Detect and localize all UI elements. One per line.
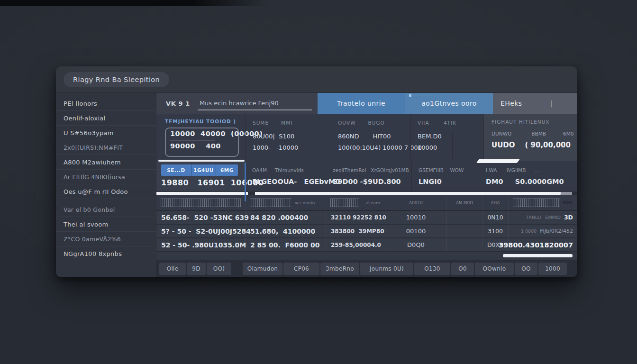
- main-panel: VK 9 1 Mus ecin hcawrice Fenj90 Traotelo…: [156, 93, 577, 277]
- scrollbar-notch: [248, 191, 255, 195]
- ruler-label: AHA: [491, 200, 500, 205]
- detail-label: OA4M: [252, 167, 267, 173]
- stats-column: SUME MMI 80U00| S100 1000- -10000: [246, 114, 331, 161]
- action-button[interactable]: O130: [414, 263, 450, 275]
- summary-panel: TFMJHEYIAU TOOIOD ) 10000 40000 (00000) …: [156, 114, 246, 161]
- result-value: UUDO ( 90,00,000: [491, 141, 573, 149]
- action-button[interactable]: Olamudon: [243, 263, 282, 275]
- sidebar-item[interactable]: U S#56o3ypam: [56, 126, 156, 140]
- detail-group: zeolIThemRol XrGOlrqjv01MB S9D00 -$9UD.8…: [326, 161, 411, 191]
- sidebar-item[interactable]: Oenlif-aloxial: [56, 111, 156, 126]
- table-cell: D0Q0: [385, 238, 447, 251]
- detail-value: S0.0000GM0: [515, 178, 564, 185]
- action-button[interactable]: Jounms 0U): [360, 263, 413, 275]
- selected-cell[interactable]: SE...D: [161, 164, 191, 176]
- ruler-cell: MMI: [509, 195, 577, 210]
- detail-label: XrGOlrqjv01MB: [371, 167, 409, 173]
- tab-tertiary[interactable]: EHeks |: [493, 93, 577, 114]
- detail-label: Thirounvlds: [275, 167, 304, 173]
- table-cell: 5? - 50 - S2-0UJ00J5284: [156, 225, 246, 237]
- detail-dots: ...: [534, 167, 539, 173]
- detail-group: GSEMFIIIB WOW LNGI0: [411, 161, 479, 191]
- cell-sub-value: 7ANLO EMMID: [526, 215, 561, 220]
- table-row[interactable]: 52 - 50- .980U1035.0M 2 85 00. F6000 00 …: [156, 238, 577, 252]
- table-cell: 56.658- 520 -53NC 639: [156, 211, 246, 224]
- search-input-value: Mus ecin hcawrice Fenj90: [200, 100, 279, 107]
- sidebar-item[interactable]: A800 M2awiuhem: [56, 155, 156, 170]
- action-button[interactable]: 9D: [187, 263, 206, 275]
- horizontal-scrollbar[interactable]: [156, 191, 577, 195]
- sidebar-item[interactable]: Var el b0 Gonbel: [56, 202, 156, 217]
- sidebar-item[interactable]: Z°CO 0ameVÄ2%6: [56, 232, 156, 246]
- action-button[interactable]: OOwnlo: [475, 263, 514, 275]
- detail-value: 5LGEOOUA- EGEbvM0: [252, 178, 326, 185]
- tab-tertiary-label: EHeks: [500, 100, 522, 107]
- result-panel-header: FIGHAUT HITILENUX: [491, 119, 573, 125]
- cell-value: 3D: [564, 214, 573, 221]
- tick-marks: [250, 199, 291, 207]
- sidebar-item[interactable]: NGgrA100 8xpnbs: [56, 246, 156, 261]
- sidebar-item[interactable]: Oes u@F m rII Odoo: [56, 184, 156, 199]
- table-cell: 1 0800 FIJb/0R2/452: [509, 225, 577, 237]
- action-button[interactable]: 3mbeRno: [320, 263, 359, 275]
- search-input[interactable]: Mus ecin hcawrice Fenj90: [198, 96, 312, 110]
- stat-header: BUGO: [368, 120, 385, 126]
- table-cell: 7ANLO EMMID 3D: [509, 211, 577, 224]
- tick-marks: [330, 199, 359, 207]
- action-button[interactable]: O0: [451, 263, 474, 275]
- table-cell: 2 85 00. F6000 00: [246, 238, 326, 251]
- highlight-bar: [158, 160, 245, 162]
- stats-column: OUVW BUGO 860ND HIT00 100(00:10U4) 10000…: [331, 114, 410, 161]
- search-segment: VK 9 1 Mus ecin hcawrice Fenj90: [156, 93, 318, 114]
- action-button[interactable]: Olle: [159, 263, 186, 275]
- detail-group: OA4M Thirounvlds 5LGEOOUA- EGEbvM0: [246, 161, 326, 191]
- detail-value: LNGI0: [419, 178, 479, 185]
- highlight-bar-slanted: [476, 159, 520, 163]
- table-cell: 0N10: [482, 211, 509, 224]
- stat-value: 860ND HIT00: [338, 133, 410, 140]
- sidebar-item[interactable]: PEl-llonors: [56, 96, 156, 111]
- cell-value: 39800.4301820007: [499, 241, 573, 249]
- sidebar-item[interactable]: Thei al svoom: [56, 217, 156, 232]
- app-window: Riagy Rnd Ba Sleepition PEl-llonors Oenl…: [56, 66, 577, 277]
- table-row[interactable]: 56.658- 520 -53NC 639 84 820 .000400 321…: [156, 211, 577, 225]
- tick-marks: [161, 199, 241, 207]
- table-cell: 84 820 .000400: [246, 211, 326, 224]
- action-button[interactable]: OO): [207, 263, 231, 275]
- table-cell: 3100: [482, 225, 509, 237]
- title-bar: Riagy Rnd Ba Sleepition: [56, 66, 577, 93]
- selected-cell[interactable]: 1G4UU: [191, 164, 216, 176]
- detail-value: S9D00 -$9UD.800: [333, 178, 411, 185]
- action-button[interactable]: CP06: [283, 263, 319, 275]
- stat-value: 10000: [418, 144, 483, 151]
- stat-value: 80U00| S100: [253, 133, 331, 140]
- summary-values-row2: 90000 400: [170, 140, 215, 150]
- action-button[interactable]: 1000: [538, 263, 567, 275]
- tab-secondary-label: ao1Gtnves ooro: [421, 100, 477, 107]
- stat-header: MMI: [281, 120, 292, 126]
- ruler-cell: AN M0D: [447, 195, 482, 210]
- sidebar-item[interactable]: Ar ElHlG 4NIKI(iursa: [56, 170, 156, 184]
- detail-value: DM0: [486, 178, 503, 185]
- selected-cell[interactable]: 6MG: [216, 164, 238, 176]
- ruler-label: ..zLeum: [363, 200, 380, 205]
- stat-header: OUVW: [338, 120, 356, 126]
- tab-dots-indicator: ·············: [409, 94, 437, 97]
- ruler-label: A0010: [409, 200, 423, 205]
- ruler-cell: w.r nnn/o: [246, 195, 326, 210]
- result-label: BBMB: [531, 131, 546, 136]
- ruler-label: w.r nnn/o: [295, 200, 315, 205]
- table-row[interactable]: 5? - 50 - S2-0UJ00J5284 51.680, 4100000 …: [156, 225, 577, 238]
- detail-label: GSEMFIIIB: [419, 167, 444, 173]
- tab-primary[interactable]: Traotelo unrie: [318, 93, 405, 114]
- mini-scrollbar[interactable]: [503, 254, 573, 257]
- summary-value-box: 10000 40000 (00000) 90000 400: [165, 127, 239, 157]
- sidebar-item[interactable]: 2x0|(UIRS):NM#FIT: [56, 140, 156, 155]
- scrollbar-thumb[interactable]: [156, 192, 561, 195]
- tab-secondary[interactable]: ············· ao1Gtnves ooro: [405, 93, 493, 114]
- action-button[interactable]: OO: [515, 263, 537, 275]
- detail-label: IVGIIMB: [506, 167, 526, 173]
- bottom-action-bar: Olle 9D OO) Olamudon CP06 3mbeRno Jounms…: [156, 260, 577, 277]
- table-cell: 52 - 50- .980U1035.0M: [156, 238, 246, 251]
- top-strip: [0, 0, 268, 6]
